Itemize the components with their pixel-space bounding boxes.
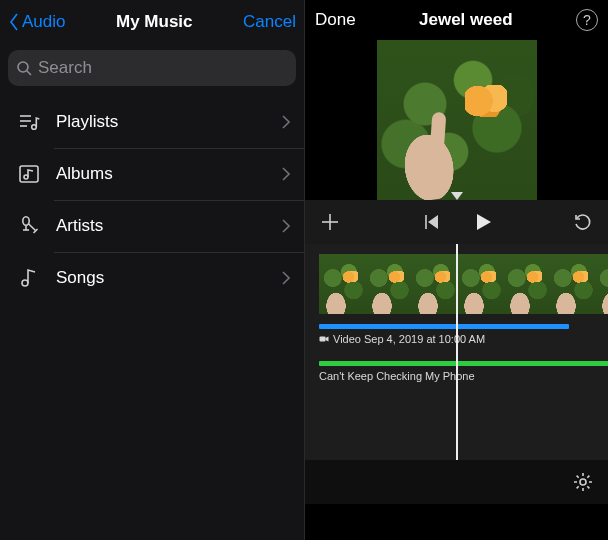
chevron-right-icon — [282, 115, 290, 129]
row-label: Playlists — [56, 112, 282, 132]
music-track[interactable] — [319, 361, 608, 366]
row-songs[interactable]: Songs — [0, 252, 304, 304]
playhead[interactable] — [456, 244, 458, 460]
video-frame — [457, 254, 503, 314]
video-frame — [595, 254, 608, 314]
video-track-label: Video Sep 4, 2019 at 10:00 AM — [319, 331, 608, 347]
chevron-right-icon — [282, 271, 290, 285]
artists-icon — [16, 213, 42, 239]
albums-icon — [16, 161, 42, 187]
video-frame — [503, 254, 549, 314]
svg-rect-6 — [20, 166, 38, 182]
svg-point-19 — [580, 479, 586, 485]
music-track-label: Can't Keep Checking My Phone — [319, 368, 608, 384]
gear-icon — [572, 471, 594, 493]
plus-icon — [320, 212, 340, 232]
editor-header: Done Jewel weed ? — [305, 0, 608, 40]
music-picker-header: Audio My Music Cancel — [0, 0, 304, 44]
video-audio-track[interactable] — [319, 324, 569, 329]
svg-line-1 — [27, 71, 31, 75]
chevron-right-icon — [282, 219, 290, 233]
back-button[interactable]: Audio — [8, 12, 65, 32]
skip-back-icon — [421, 212, 441, 232]
search-icon — [16, 60, 32, 76]
undo-button[interactable] — [572, 211, 594, 233]
row-label: Artists — [56, 216, 282, 236]
chevron-left-icon — [8, 12, 20, 32]
help-icon: ? — [583, 12, 591, 28]
svg-rect-17 — [320, 337, 326, 342]
row-albums[interactable]: Albums — [0, 148, 304, 200]
done-button[interactable]: Done — [315, 10, 356, 30]
add-media-button[interactable] — [319, 211, 341, 233]
music-picker-panel: Audio My Music Cancel Playlists — [0, 0, 304, 540]
undo-icon — [573, 212, 593, 232]
svg-marker-15 — [428, 215, 438, 229]
skip-to-start-button[interactable] — [420, 211, 442, 233]
video-preview[interactable] — [305, 40, 608, 200]
row-playlists[interactable]: Playlists — [0, 96, 304, 148]
help-button[interactable]: ? — [576, 9, 598, 31]
search-wrap — [0, 44, 304, 96]
video-frame — [411, 254, 457, 314]
svg-marker-18 — [326, 337, 329, 342]
timeline-toolbar — [305, 460, 608, 504]
svg-point-11 — [22, 280, 28, 286]
preview-frame — [377, 40, 537, 200]
video-track[interactable] — [319, 254, 608, 314]
svg-point-0 — [18, 62, 28, 72]
project-title: Jewel weed — [419, 10, 513, 30]
playlists-icon — [16, 109, 42, 135]
row-label: Songs — [56, 268, 282, 288]
row-artists[interactable]: Artists — [0, 200, 304, 252]
settings-button[interactable] — [572, 471, 594, 493]
video-frame — [549, 254, 595, 314]
play-icon — [473, 212, 493, 232]
music-category-list: Playlists Albums Artists — [0, 96, 304, 304]
video-frame — [319, 254, 365, 314]
svg-line-9 — [28, 224, 36, 232]
search-field[interactable] — [8, 50, 296, 86]
camera-icon — [319, 334, 329, 344]
svg-marker-16 — [477, 214, 491, 230]
row-label: Albums — [56, 164, 282, 184]
music-picker-title: My Music — [116, 12, 193, 32]
back-label: Audio — [22, 12, 65, 32]
playback-controls — [305, 200, 608, 244]
play-button[interactable] — [472, 211, 494, 233]
chevron-right-icon — [282, 167, 290, 181]
search-input[interactable] — [38, 58, 288, 78]
cancel-button[interactable]: Cancel — [243, 12, 296, 32]
video-frame — [365, 254, 411, 314]
editor-panel: Done Jewel weed ? — [304, 0, 608, 540]
songs-icon — [16, 265, 42, 291]
timeline[interactable]: Video Sep 4, 2019 at 10:00 AM Can't Keep… — [305, 244, 608, 504]
